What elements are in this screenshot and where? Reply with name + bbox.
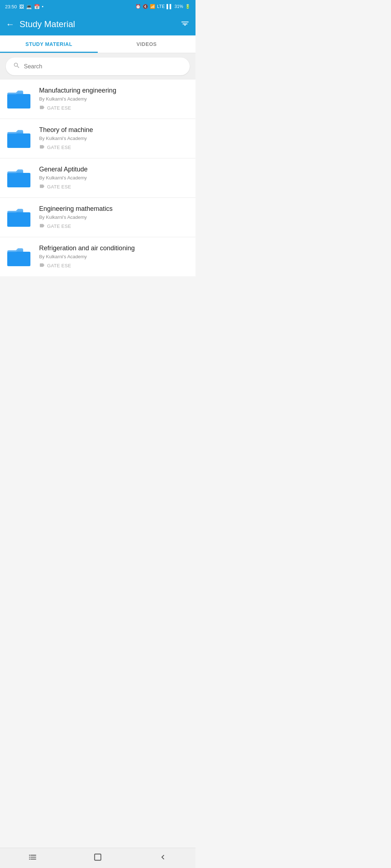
signal-icon: ▌▌ <box>167 4 173 9</box>
tab-videos[interactable]: VIDEOS <box>98 35 196 53</box>
search-input[interactable] <box>24 63 182 70</box>
materials-list: Manufacturing engineering By Kulkarni's … <box>0 80 196 276</box>
item-info: Refrigeration and air conditioning By Ku… <box>39 244 190 269</box>
svg-rect-4 <box>7 252 30 266</box>
tabs-container: STUDY MATERIAL VIDEOS <box>0 35 196 53</box>
alarm-icon: ⏰ <box>135 4 141 9</box>
tag-label: GATE ESE <box>47 184 71 190</box>
svg-rect-0 <box>7 94 30 109</box>
battery-text: 31% <box>175 4 183 9</box>
laptop-icon: 💻 <box>26 4 32 9</box>
tag-icon <box>39 183 45 190</box>
item-tag: GATE ESE <box>39 105 190 111</box>
svg-rect-1 <box>7 133 30 148</box>
folder-icon <box>6 88 32 110</box>
item-author: By Kulkarni's Academy <box>39 96 190 102</box>
status-time: 23:50 <box>5 4 17 9</box>
item-tag: GATE ESE <box>39 223 190 230</box>
tag-label: GATE ESE <box>47 105 71 111</box>
search-container <box>0 53 196 80</box>
svg-rect-3 <box>7 212 30 227</box>
item-title: General Aptitude <box>39 166 190 173</box>
lte-icon: LTE <box>157 4 165 9</box>
svg-rect-2 <box>7 173 30 187</box>
item-title: Theory of machine <box>39 126 190 134</box>
tag-label: GATE ESE <box>47 263 71 268</box>
folder-icon <box>6 128 32 149</box>
item-tag: GATE ESE <box>39 144 190 151</box>
list-item[interactable]: Manufacturing engineering By Kulkarni's … <box>0 80 196 119</box>
dot-icon: • <box>42 4 44 9</box>
status-left: 23:50 🖼 💻 📅 • <box>5 4 43 9</box>
item-info: Manufacturing engineering By Kulkarni's … <box>39 87 190 111</box>
folder-icon <box>6 207 32 228</box>
app-bar: ← Study Material <box>0 13 196 35</box>
wifi-icon: 📶 <box>150 4 155 9</box>
tag-label: GATE ESE <box>47 224 71 229</box>
battery-icon: 🔋 <box>185 4 190 9</box>
item-author: By Kulkarni's Academy <box>39 214 190 220</box>
tag-icon <box>39 223 45 230</box>
list-item[interactable]: General Aptitude By Kulkarni's Academy G… <box>0 158 196 198</box>
photo-icon: 🖼 <box>19 4 24 9</box>
item-title: Refrigeration and air conditioning <box>39 244 190 252</box>
tag-icon <box>39 105 45 111</box>
tab-study-material[interactable]: STUDY MATERIAL <box>0 35 98 53</box>
item-author: By Kulkarni's Academy <box>39 175 190 180</box>
tag-icon <box>39 144 45 151</box>
status-right: ⏰ 🔇 📶 LTE ▌▌ 31% 🔋 <box>135 4 190 9</box>
item-info: General Aptitude By Kulkarni's Academy G… <box>39 166 190 190</box>
tag-icon <box>39 262 45 269</box>
item-author: By Kulkarni's Academy <box>39 254 190 259</box>
item-title: Engineering mathematics <box>39 205 190 213</box>
search-icon <box>13 62 20 71</box>
item-tag: GATE ESE <box>39 262 190 269</box>
item-info: Engineering mathematics By Kulkarni's Ac… <box>39 205 190 230</box>
tag-label: GATE ESE <box>47 145 71 150</box>
folder-icon <box>6 167 32 189</box>
filter-icon[interactable] <box>180 18 190 30</box>
calendar-icon: 📅 <box>34 4 40 9</box>
item-info: Theory of machine By Kulkarni's Academy … <box>39 126 190 151</box>
back-button[interactable]: ← <box>6 19 14 29</box>
page-title: Study Material <box>20 19 180 29</box>
folder-icon <box>6 246 32 268</box>
item-title: Manufacturing engineering <box>39 87 190 94</box>
mute-icon: 🔇 <box>143 4 148 9</box>
list-item[interactable]: Engineering mathematics By Kulkarni's Ac… <box>0 198 196 237</box>
search-box <box>6 58 190 75</box>
item-author: By Kulkarni's Academy <box>39 136 190 141</box>
status-bar: 23:50 🖼 💻 📅 • ⏰ 🔇 📶 LTE ▌▌ 31% 🔋 <box>0 0 196 13</box>
list-item[interactable]: Theory of machine By Kulkarni's Academy … <box>0 119 196 158</box>
list-item[interactable]: Refrigeration and air conditioning By Ku… <box>0 237 196 276</box>
item-tag: GATE ESE <box>39 183 190 190</box>
